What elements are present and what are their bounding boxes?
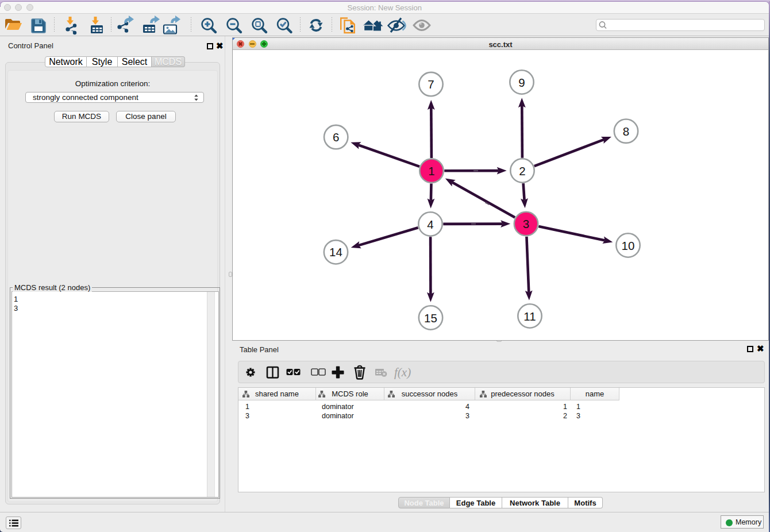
svg-text:11: 11 [523,310,536,323]
svg-text:15: 15 [424,311,437,325]
svg-text:9: 9 [518,76,525,89]
svg-text:f(x): f(x) [394,365,411,379]
svg-text:14: 14 [329,245,342,259]
svg-text:2: 2 [519,164,525,178]
svg-text:4: 4 [427,218,433,231]
svg-text:1: 1 [428,164,434,178]
svg-text:10: 10 [622,239,635,252]
svg-text:3: 3 [523,217,529,230]
svg-text:7: 7 [428,78,434,91]
svg-text:8: 8 [623,125,629,138]
svg-text:6: 6 [333,130,339,144]
